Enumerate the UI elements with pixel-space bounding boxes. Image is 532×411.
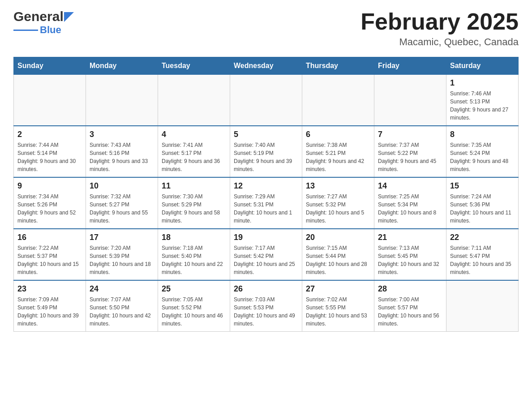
calendar-cell: 9Sunrise: 7:34 AMSunset: 5:26 PMDaylight… [14, 177, 86, 229]
calendar-cell: 1Sunrise: 7:46 AMSunset: 5:13 PMDaylight… [446, 75, 519, 126]
day-info: Sunrise: 7:07 AMSunset: 5:50 PMDaylight:… [90, 295, 154, 328]
day-number: 6 [306, 130, 370, 139]
calendar-cell: 26Sunrise: 7:03 AMSunset: 5:53 PMDayligh… [230, 280, 302, 332]
calendar-cell: 17Sunrise: 7:20 AMSunset: 5:39 PMDayligh… [86, 229, 158, 280]
day-number: 17 [90, 233, 154, 242]
logo-general-text: General [13, 9, 64, 24]
day-info: Sunrise: 7:17 AMSunset: 5:42 PMDaylight:… [234, 244, 298, 276]
day-number: 16 [17, 233, 82, 242]
day-number: 23 [17, 284, 82, 294]
calendar-cell [86, 75, 158, 126]
logo: General Blue [13, 9, 74, 36]
day-info: Sunrise: 7:09 AMSunset: 5:49 PMDaylight:… [17, 295, 82, 328]
calendar-title: February 2025 [360, 9, 519, 34]
calendar-cell: 24Sunrise: 7:07 AMSunset: 5:50 PMDayligh… [86, 280, 158, 332]
calendar-cell: 21Sunrise: 7:13 AMSunset: 5:45 PMDayligh… [374, 229, 446, 280]
calendar-cell: 13Sunrise: 7:27 AMSunset: 5:32 PMDayligh… [302, 177, 374, 229]
calendar-week-row: 16Sunrise: 7:22 AMSunset: 5:37 PMDayligh… [14, 229, 519, 280]
day-number: 3 [90, 130, 154, 139]
calendar-cell: 19Sunrise: 7:17 AMSunset: 5:42 PMDayligh… [230, 229, 302, 280]
calendar-cell: 5Sunrise: 7:40 AMSunset: 5:19 PMDaylight… [230, 126, 302, 177]
header-wednesday: Wednesday [230, 57, 302, 75]
day-info: Sunrise: 7:41 AMSunset: 5:17 PMDaylight:… [162, 141, 226, 173]
calendar-cell: 25Sunrise: 7:05 AMSunset: 5:52 PMDayligh… [158, 280, 230, 332]
day-info: Sunrise: 7:03 AMSunset: 5:53 PMDaylight:… [234, 295, 298, 328]
calendar-cell [158, 75, 230, 126]
day-number: 5 [234, 130, 298, 139]
day-number: 9 [17, 181, 82, 191]
calendar-cell: 27Sunrise: 7:02 AMSunset: 5:55 PMDayligh… [302, 280, 374, 332]
calendar-subtitle: Macamic, Quebec, Canada [360, 36, 519, 48]
day-number: 7 [378, 130, 442, 139]
calendar-cell: 14Sunrise: 7:25 AMSunset: 5:34 PMDayligh… [374, 177, 446, 229]
day-number: 12 [234, 181, 298, 191]
logo-arrow-icon [64, 12, 74, 22]
day-number: 1 [450, 78, 515, 88]
day-info: Sunrise: 7:37 AMSunset: 5:22 PMDaylight:… [378, 141, 442, 173]
day-number: 4 [162, 130, 226, 139]
day-number: 8 [450, 130, 515, 139]
calendar-cell: 11Sunrise: 7:30 AMSunset: 5:29 PMDayligh… [158, 177, 230, 229]
calendar-cell: 7Sunrise: 7:37 AMSunset: 5:22 PMDaylight… [374, 126, 446, 177]
day-number: 25 [162, 284, 226, 294]
day-number: 11 [162, 181, 226, 191]
day-number: 22 [450, 233, 515, 242]
weekday-header-row: Sunday Monday Tuesday Wednesday Thursday… [14, 57, 519, 75]
calendar-cell: 22Sunrise: 7:11 AMSunset: 5:47 PMDayligh… [446, 229, 519, 280]
calendar-week-row: 2Sunrise: 7:44 AMSunset: 5:14 PMDaylight… [14, 126, 519, 177]
day-info: Sunrise: 7:24 AMSunset: 5:36 PMDaylight:… [450, 193, 515, 225]
day-number: 21 [378, 233, 442, 242]
calendar-cell [230, 75, 302, 126]
day-info: Sunrise: 7:30 AMSunset: 5:29 PMDaylight:… [162, 193, 226, 225]
calendar-cell: 16Sunrise: 7:22 AMSunset: 5:37 PMDayligh… [14, 229, 86, 280]
svg-marker-0 [64, 12, 74, 22]
day-number: 20 [306, 233, 370, 242]
calendar-cell: 3Sunrise: 7:43 AMSunset: 5:16 PMDaylight… [86, 126, 158, 177]
day-number: 13 [306, 181, 370, 191]
header-sunday: Sunday [14, 57, 86, 75]
day-info: Sunrise: 7:22 AMSunset: 5:37 PMDaylight:… [17, 244, 82, 276]
day-info: Sunrise: 7:13 AMSunset: 5:45 PMDaylight:… [378, 244, 442, 276]
day-info: Sunrise: 7:35 AMSunset: 5:24 PMDaylight:… [450, 141, 515, 173]
day-number: 26 [234, 284, 298, 294]
calendar-cell: 15Sunrise: 7:24 AMSunset: 5:36 PMDayligh… [446, 177, 519, 229]
calendar-cell [14, 75, 86, 126]
day-number: 15 [450, 181, 515, 191]
day-info: Sunrise: 7:43 AMSunset: 5:16 PMDaylight:… [90, 141, 154, 173]
calendar-cell: 10Sunrise: 7:32 AMSunset: 5:27 PMDayligh… [86, 177, 158, 229]
day-info: Sunrise: 7:18 AMSunset: 5:40 PMDaylight:… [162, 244, 226, 276]
calendar-cell: 4Sunrise: 7:41 AMSunset: 5:17 PMDaylight… [158, 126, 230, 177]
day-info: Sunrise: 7:46 AMSunset: 5:13 PMDaylight:… [450, 90, 515, 122]
header-friday: Friday [374, 57, 446, 75]
day-info: Sunrise: 7:40 AMSunset: 5:19 PMDaylight:… [234, 141, 298, 173]
calendar-cell [302, 75, 374, 126]
calendar-cell: 8Sunrise: 7:35 AMSunset: 5:24 PMDaylight… [446, 126, 519, 177]
calendar-cell: 6Sunrise: 7:38 AMSunset: 5:21 PMDaylight… [302, 126, 374, 177]
day-number: 10 [90, 181, 154, 191]
day-number: 24 [90, 284, 154, 294]
calendar-table: Sunday Monday Tuesday Wednesday Thursday… [13, 57, 519, 332]
calendar-week-row: 1Sunrise: 7:46 AMSunset: 5:13 PMDaylight… [14, 75, 519, 126]
day-number: 14 [378, 181, 442, 191]
header-thursday: Thursday [302, 57, 374, 75]
calendar-cell: 2Sunrise: 7:44 AMSunset: 5:14 PMDaylight… [14, 126, 86, 177]
day-info: Sunrise: 7:34 AMSunset: 5:26 PMDaylight:… [17, 193, 82, 225]
calendar-cell: 28Sunrise: 7:00 AMSunset: 5:57 PMDayligh… [374, 280, 446, 332]
day-number: 2 [17, 130, 82, 139]
day-info: Sunrise: 7:20 AMSunset: 5:39 PMDaylight:… [90, 244, 154, 276]
day-info: Sunrise: 7:00 AMSunset: 5:57 PMDaylight:… [378, 295, 442, 328]
day-info: Sunrise: 7:15 AMSunset: 5:44 PMDaylight:… [306, 244, 370, 276]
header-saturday: Saturday [446, 57, 519, 75]
day-info: Sunrise: 7:25 AMSunset: 5:34 PMDaylight:… [378, 193, 442, 225]
day-info: Sunrise: 7:38 AMSunset: 5:21 PMDaylight:… [306, 141, 370, 173]
calendar-week-row: 23Sunrise: 7:09 AMSunset: 5:49 PMDayligh… [14, 280, 519, 332]
page-header: General Blue February 2025 Macamic, Queb… [13, 9, 519, 48]
calendar-cell: 23Sunrise: 7:09 AMSunset: 5:49 PMDayligh… [14, 280, 86, 332]
day-number: 18 [162, 233, 226, 242]
day-info: Sunrise: 7:44 AMSunset: 5:14 PMDaylight:… [17, 141, 82, 173]
day-number: 28 [378, 284, 442, 294]
day-info: Sunrise: 7:29 AMSunset: 5:31 PMDaylight:… [234, 193, 298, 225]
calendar-cell: 18Sunrise: 7:18 AMSunset: 5:40 PMDayligh… [158, 229, 230, 280]
logo-blue-text: Blue [40, 24, 61, 36]
calendar-cell: 20Sunrise: 7:15 AMSunset: 5:44 PMDayligh… [302, 229, 374, 280]
